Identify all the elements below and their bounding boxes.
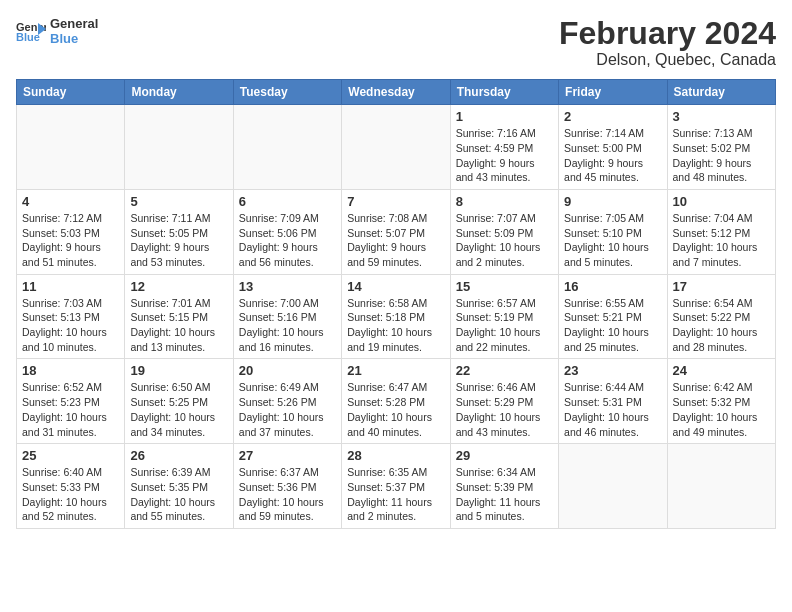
day-detail: Sunrise: 7:03 AMSunset: 5:13 PMDaylight:… [22, 296, 119, 355]
calendar-cell: 15Sunrise: 6:57 AMSunset: 5:19 PMDayligh… [450, 274, 558, 359]
calendar-cell: 11Sunrise: 7:03 AMSunset: 5:13 PMDayligh… [17, 274, 125, 359]
day-detail: Sunrise: 7:14 AMSunset: 5:00 PMDaylight:… [564, 126, 661, 185]
day-number: 4 [22, 194, 119, 209]
day-number: 29 [456, 448, 553, 463]
day-number: 3 [673, 109, 770, 124]
day-detail: Sunrise: 6:34 AMSunset: 5:39 PMDaylight:… [456, 465, 553, 524]
day-detail: Sunrise: 7:05 AMSunset: 5:10 PMDaylight:… [564, 211, 661, 270]
day-number: 28 [347, 448, 444, 463]
page-subtitle: Delson, Quebec, Canada [559, 51, 776, 69]
calendar-cell: 26Sunrise: 6:39 AMSunset: 5:35 PMDayligh… [125, 444, 233, 529]
day-number: 20 [239, 363, 336, 378]
calendar-cell: 10Sunrise: 7:04 AMSunset: 5:12 PMDayligh… [667, 189, 775, 274]
calendar-cell: 12Sunrise: 7:01 AMSunset: 5:15 PMDayligh… [125, 274, 233, 359]
day-detail: Sunrise: 6:37 AMSunset: 5:36 PMDaylight:… [239, 465, 336, 524]
day-detail: Sunrise: 6:57 AMSunset: 5:19 PMDaylight:… [456, 296, 553, 355]
day-detail: Sunrise: 7:11 AMSunset: 5:05 PMDaylight:… [130, 211, 227, 270]
day-detail: Sunrise: 6:40 AMSunset: 5:33 PMDaylight:… [22, 465, 119, 524]
day-number: 2 [564, 109, 661, 124]
day-number: 7 [347, 194, 444, 209]
day-number: 12 [130, 279, 227, 294]
day-number: 21 [347, 363, 444, 378]
calendar-cell: 9Sunrise: 7:05 AMSunset: 5:10 PMDaylight… [559, 189, 667, 274]
calendar-cell: 27Sunrise: 6:37 AMSunset: 5:36 PMDayligh… [233, 444, 341, 529]
calendar-cell [667, 444, 775, 529]
calendar-cell: 6Sunrise: 7:09 AMSunset: 5:06 PMDaylight… [233, 189, 341, 274]
day-number: 19 [130, 363, 227, 378]
calendar-cell: 1Sunrise: 7:16 AMSunset: 4:59 PMDaylight… [450, 105, 558, 190]
calendar-cell: 14Sunrise: 6:58 AMSunset: 5:18 PMDayligh… [342, 274, 450, 359]
calendar-cell: 20Sunrise: 6:49 AMSunset: 5:26 PMDayligh… [233, 359, 341, 444]
weekday-header-thursday: Thursday [450, 80, 558, 105]
logo-general: General [50, 16, 98, 31]
logo-blue: Blue [50, 31, 98, 46]
day-number: 9 [564, 194, 661, 209]
calendar-cell [17, 105, 125, 190]
day-detail: Sunrise: 6:44 AMSunset: 5:31 PMDaylight:… [564, 380, 661, 439]
calendar-cell: 21Sunrise: 6:47 AMSunset: 5:28 PMDayligh… [342, 359, 450, 444]
day-number: 18 [22, 363, 119, 378]
page-title: February 2024 [559, 16, 776, 51]
day-number: 27 [239, 448, 336, 463]
day-detail: Sunrise: 6:52 AMSunset: 5:23 PMDaylight:… [22, 380, 119, 439]
day-detail: Sunrise: 6:46 AMSunset: 5:29 PMDaylight:… [456, 380, 553, 439]
day-number: 17 [673, 279, 770, 294]
day-detail: Sunrise: 6:50 AMSunset: 5:25 PMDaylight:… [130, 380, 227, 439]
day-detail: Sunrise: 7:09 AMSunset: 5:06 PMDaylight:… [239, 211, 336, 270]
calendar-body: 1Sunrise: 7:16 AMSunset: 4:59 PMDaylight… [17, 105, 776, 529]
day-number: 10 [673, 194, 770, 209]
weekday-header-tuesday: Tuesday [233, 80, 341, 105]
calendar-cell: 16Sunrise: 6:55 AMSunset: 5:21 PMDayligh… [559, 274, 667, 359]
calendar-week-5: 25Sunrise: 6:40 AMSunset: 5:33 PMDayligh… [17, 444, 776, 529]
day-number: 25 [22, 448, 119, 463]
weekday-header-friday: Friday [559, 80, 667, 105]
day-number: 1 [456, 109, 553, 124]
calendar-cell [233, 105, 341, 190]
calendar-cell: 8Sunrise: 7:07 AMSunset: 5:09 PMDaylight… [450, 189, 558, 274]
day-number: 26 [130, 448, 227, 463]
day-detail: Sunrise: 7:13 AMSunset: 5:02 PMDaylight:… [673, 126, 770, 185]
day-number: 22 [456, 363, 553, 378]
weekday-header-wednesday: Wednesday [342, 80, 450, 105]
day-detail: Sunrise: 7:04 AMSunset: 5:12 PMDaylight:… [673, 211, 770, 270]
page-header: General Blue General Blue February 2024 … [16, 16, 776, 69]
calendar-week-4: 18Sunrise: 6:52 AMSunset: 5:23 PMDayligh… [17, 359, 776, 444]
day-number: 15 [456, 279, 553, 294]
day-number: 14 [347, 279, 444, 294]
day-number: 8 [456, 194, 553, 209]
day-detail: Sunrise: 6:47 AMSunset: 5:28 PMDaylight:… [347, 380, 444, 439]
calendar-cell: 3Sunrise: 7:13 AMSunset: 5:02 PMDaylight… [667, 105, 775, 190]
calendar-cell: 28Sunrise: 6:35 AMSunset: 5:37 PMDayligh… [342, 444, 450, 529]
svg-text:Blue: Blue [16, 31, 40, 43]
day-detail: Sunrise: 6:35 AMSunset: 5:37 PMDaylight:… [347, 465, 444, 524]
calendar-table: SundayMondayTuesdayWednesdayThursdayFrid… [16, 79, 776, 529]
day-detail: Sunrise: 7:12 AMSunset: 5:03 PMDaylight:… [22, 211, 119, 270]
day-detail: Sunrise: 6:39 AMSunset: 5:35 PMDaylight:… [130, 465, 227, 524]
logo-icon: General Blue [16, 19, 46, 43]
calendar-cell: 24Sunrise: 6:42 AMSunset: 5:32 PMDayligh… [667, 359, 775, 444]
calendar-cell: 17Sunrise: 6:54 AMSunset: 5:22 PMDayligh… [667, 274, 775, 359]
day-detail: Sunrise: 6:58 AMSunset: 5:18 PMDaylight:… [347, 296, 444, 355]
day-detail: Sunrise: 7:01 AMSunset: 5:15 PMDaylight:… [130, 296, 227, 355]
calendar-week-3: 11Sunrise: 7:03 AMSunset: 5:13 PMDayligh… [17, 274, 776, 359]
calendar-header: SundayMondayTuesdayWednesdayThursdayFrid… [17, 80, 776, 105]
calendar-cell [559, 444, 667, 529]
day-detail: Sunrise: 6:42 AMSunset: 5:32 PMDaylight:… [673, 380, 770, 439]
calendar-cell: 13Sunrise: 7:00 AMSunset: 5:16 PMDayligh… [233, 274, 341, 359]
logo: General Blue General Blue [16, 16, 98, 46]
day-number: 13 [239, 279, 336, 294]
calendar-cell: 4Sunrise: 7:12 AMSunset: 5:03 PMDaylight… [17, 189, 125, 274]
calendar-cell [342, 105, 450, 190]
day-number: 6 [239, 194, 336, 209]
day-number: 11 [22, 279, 119, 294]
calendar-cell: 25Sunrise: 6:40 AMSunset: 5:33 PMDayligh… [17, 444, 125, 529]
weekday-header-row: SundayMondayTuesdayWednesdayThursdayFrid… [17, 80, 776, 105]
calendar-cell: 18Sunrise: 6:52 AMSunset: 5:23 PMDayligh… [17, 359, 125, 444]
calendar-cell: 7Sunrise: 7:08 AMSunset: 5:07 PMDaylight… [342, 189, 450, 274]
day-detail: Sunrise: 7:07 AMSunset: 5:09 PMDaylight:… [456, 211, 553, 270]
calendar-cell: 19Sunrise: 6:50 AMSunset: 5:25 PMDayligh… [125, 359, 233, 444]
title-block: February 2024 Delson, Quebec, Canada [559, 16, 776, 69]
day-detail: Sunrise: 6:49 AMSunset: 5:26 PMDaylight:… [239, 380, 336, 439]
weekday-header-sunday: Sunday [17, 80, 125, 105]
day-detail: Sunrise: 6:54 AMSunset: 5:22 PMDaylight:… [673, 296, 770, 355]
